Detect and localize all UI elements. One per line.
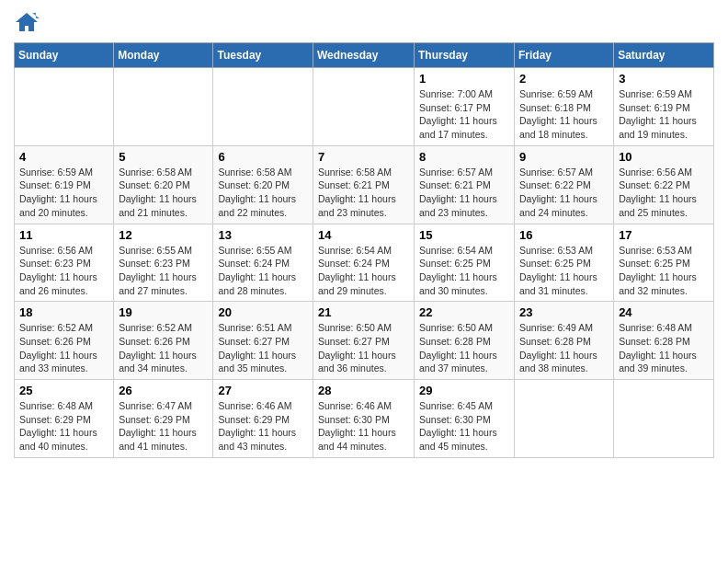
day-info: Sunrise: 6:54 AM Sunset: 6:25 PM Dayligh… bbox=[419, 244, 509, 298]
day-info: Sunrise: 7:00 AM Sunset: 6:17 PM Dayligh… bbox=[419, 87, 509, 142]
day-number: 17 bbox=[619, 228, 709, 242]
day-number: 21 bbox=[318, 305, 409, 319]
day-cell: 1Sunrise: 7:00 AM Sunset: 6:17 PM Daylig… bbox=[415, 68, 515, 146]
day-cell: 3Sunrise: 6:59 AM Sunset: 6:19 PM Daylig… bbox=[614, 68, 714, 146]
day-cell: 19Sunrise: 6:52 AM Sunset: 6:26 PM Dayli… bbox=[114, 302, 213, 380]
day-cell: 15Sunrise: 6:54 AM Sunset: 6:25 PM Dayli… bbox=[415, 224, 515, 302]
day-number: 3 bbox=[619, 72, 709, 86]
day-cell: 9Sunrise: 6:57 AM Sunset: 6:22 PM Daylig… bbox=[515, 145, 614, 224]
day-cell: 17Sunrise: 6:53 AM Sunset: 6:25 PM Dayli… bbox=[614, 224, 714, 302]
day-cell bbox=[515, 380, 614, 458]
day-info: Sunrise: 6:58 AM Sunset: 6:20 PM Dayligh… bbox=[218, 166, 308, 220]
day-cell: 28Sunrise: 6:46 AM Sunset: 6:30 PM Dayli… bbox=[313, 380, 415, 458]
day-cell: 20Sunrise: 6:51 AM Sunset: 6:27 PM Dayli… bbox=[213, 302, 313, 380]
day-number: 28 bbox=[318, 384, 409, 397]
day-cell: 29Sunrise: 6:45 AM Sunset: 6:30 PM Dayli… bbox=[415, 380, 515, 458]
col-header-friday: Friday bbox=[515, 43, 614, 68]
day-number: 29 bbox=[419, 384, 509, 397]
col-header-thursday: Thursday bbox=[415, 43, 515, 68]
day-number: 25 bbox=[19, 384, 108, 397]
day-cell: 23Sunrise: 6:49 AM Sunset: 6:28 PM Dayli… bbox=[515, 302, 614, 380]
page-header bbox=[14, 9, 714, 35]
day-info: Sunrise: 6:52 AM Sunset: 6:26 PM Dayligh… bbox=[119, 321, 208, 375]
day-number: 24 bbox=[619, 305, 709, 319]
day-info: Sunrise: 6:55 AM Sunset: 6:24 PM Dayligh… bbox=[218, 244, 308, 298]
col-header-saturday: Saturday bbox=[614, 43, 714, 68]
day-cell: 21Sunrise: 6:50 AM Sunset: 6:27 PM Dayli… bbox=[313, 302, 415, 380]
day-cell: 12Sunrise: 6:55 AM Sunset: 6:23 PM Dayli… bbox=[114, 224, 213, 302]
day-cell: 14Sunrise: 6:54 AM Sunset: 6:24 PM Dayli… bbox=[313, 224, 415, 302]
day-cell bbox=[313, 68, 415, 146]
day-info: Sunrise: 6:59 AM Sunset: 6:18 PM Dayligh… bbox=[519, 87, 609, 142]
day-info: Sunrise: 6:53 AM Sunset: 6:25 PM Dayligh… bbox=[619, 244, 709, 298]
day-cell bbox=[213, 68, 313, 146]
day-cell: 2Sunrise: 6:59 AM Sunset: 6:18 PM Daylig… bbox=[515, 68, 614, 146]
day-number: 6 bbox=[218, 150, 308, 164]
day-number: 2 bbox=[519, 72, 609, 86]
day-cell: 16Sunrise: 6:53 AM Sunset: 6:25 PM Dayli… bbox=[515, 224, 614, 302]
day-cell bbox=[15, 68, 114, 146]
day-cell: 27Sunrise: 6:46 AM Sunset: 6:29 PM Dayli… bbox=[213, 380, 313, 458]
week-row-3: 11Sunrise: 6:56 AM Sunset: 6:23 PM Dayli… bbox=[15, 224, 714, 302]
day-info: Sunrise: 6:50 AM Sunset: 6:28 PM Dayligh… bbox=[419, 321, 509, 375]
day-info: Sunrise: 6:46 AM Sunset: 6:29 PM Dayligh… bbox=[218, 399, 308, 454]
day-cell: 13Sunrise: 6:55 AM Sunset: 6:24 PM Dayli… bbox=[213, 224, 313, 302]
week-row-1: 1Sunrise: 7:00 AM Sunset: 6:17 PM Daylig… bbox=[15, 68, 714, 146]
day-info: Sunrise: 6:58 AM Sunset: 6:21 PM Dayligh… bbox=[318, 166, 409, 220]
day-number: 5 bbox=[119, 150, 208, 164]
day-number: 15 bbox=[419, 228, 509, 242]
day-info: Sunrise: 6:55 AM Sunset: 6:23 PM Dayligh… bbox=[119, 244, 208, 298]
day-number: 19 bbox=[119, 305, 208, 319]
week-row-4: 18Sunrise: 6:52 AM Sunset: 6:26 PM Dayli… bbox=[15, 302, 714, 380]
day-number: 18 bbox=[19, 305, 108, 319]
day-info: Sunrise: 6:49 AM Sunset: 6:28 PM Dayligh… bbox=[519, 321, 609, 375]
svg-marker-1 bbox=[32, 13, 40, 18]
day-number: 23 bbox=[519, 305, 609, 319]
day-info: Sunrise: 6:58 AM Sunset: 6:20 PM Dayligh… bbox=[119, 166, 208, 220]
day-number: 10 bbox=[619, 150, 709, 164]
calendar-header-row: SundayMondayTuesdayWednesdayThursdayFrid… bbox=[15, 43, 714, 68]
day-number: 9 bbox=[519, 150, 609, 164]
day-info: Sunrise: 6:59 AM Sunset: 6:19 PM Dayligh… bbox=[619, 87, 709, 142]
day-number: 1 bbox=[419, 72, 509, 86]
day-number: 22 bbox=[419, 305, 509, 319]
day-number: 4 bbox=[19, 150, 108, 164]
day-info: Sunrise: 6:52 AM Sunset: 6:26 PM Dayligh… bbox=[19, 321, 108, 375]
day-number: 13 bbox=[218, 228, 308, 242]
day-info: Sunrise: 6:46 AM Sunset: 6:30 PM Dayligh… bbox=[318, 399, 409, 454]
day-cell: 6Sunrise: 6:58 AM Sunset: 6:20 PM Daylig… bbox=[213, 145, 313, 224]
day-cell: 7Sunrise: 6:58 AM Sunset: 6:21 PM Daylig… bbox=[313, 145, 415, 224]
day-number: 14 bbox=[318, 228, 409, 242]
day-info: Sunrise: 6:54 AM Sunset: 6:24 PM Dayligh… bbox=[318, 244, 409, 298]
day-cell: 4Sunrise: 6:59 AM Sunset: 6:19 PM Daylig… bbox=[15, 145, 114, 224]
day-number: 12 bbox=[119, 228, 208, 242]
day-info: Sunrise: 6:53 AM Sunset: 6:25 PM Dayligh… bbox=[519, 244, 609, 298]
day-cell: 25Sunrise: 6:48 AM Sunset: 6:29 PM Dayli… bbox=[15, 380, 114, 458]
day-info: Sunrise: 6:48 AM Sunset: 6:29 PM Dayligh… bbox=[19, 399, 108, 454]
col-header-tuesday: Tuesday bbox=[213, 43, 313, 68]
day-cell: 26Sunrise: 6:47 AM Sunset: 6:29 PM Dayli… bbox=[114, 380, 213, 458]
day-number: 8 bbox=[419, 150, 509, 164]
day-cell: 11Sunrise: 6:56 AM Sunset: 6:23 PM Dayli… bbox=[15, 224, 114, 302]
day-number: 27 bbox=[218, 384, 308, 397]
day-number: 26 bbox=[119, 384, 208, 397]
day-info: Sunrise: 6:57 AM Sunset: 6:22 PM Dayligh… bbox=[519, 166, 609, 220]
day-info: Sunrise: 6:45 AM Sunset: 6:30 PM Dayligh… bbox=[419, 399, 509, 454]
week-row-5: 25Sunrise: 6:48 AM Sunset: 6:29 PM Dayli… bbox=[15, 380, 714, 458]
col-header-sunday: Sunday bbox=[15, 43, 114, 68]
day-number: 7 bbox=[318, 150, 409, 164]
day-cell bbox=[114, 68, 213, 146]
day-cell: 8Sunrise: 6:57 AM Sunset: 6:21 PM Daylig… bbox=[415, 145, 515, 224]
day-number: 20 bbox=[218, 305, 308, 319]
day-cell: 22Sunrise: 6:50 AM Sunset: 6:28 PM Dayli… bbox=[415, 302, 515, 380]
day-info: Sunrise: 6:50 AM Sunset: 6:27 PM Dayligh… bbox=[318, 321, 409, 375]
day-info: Sunrise: 6:48 AM Sunset: 6:28 PM Dayligh… bbox=[619, 321, 709, 375]
day-info: Sunrise: 6:56 AM Sunset: 6:22 PM Dayligh… bbox=[619, 166, 709, 220]
day-info: Sunrise: 6:47 AM Sunset: 6:29 PM Dayligh… bbox=[119, 399, 208, 454]
day-cell: 24Sunrise: 6:48 AM Sunset: 6:28 PM Dayli… bbox=[614, 302, 714, 380]
col-header-wednesday: Wednesday bbox=[313, 43, 415, 68]
day-cell: 18Sunrise: 6:52 AM Sunset: 6:26 PM Dayli… bbox=[15, 302, 114, 380]
logo-icon bbox=[14, 9, 40, 35]
day-number: 16 bbox=[519, 228, 609, 242]
day-info: Sunrise: 6:57 AM Sunset: 6:21 PM Dayligh… bbox=[419, 166, 509, 220]
